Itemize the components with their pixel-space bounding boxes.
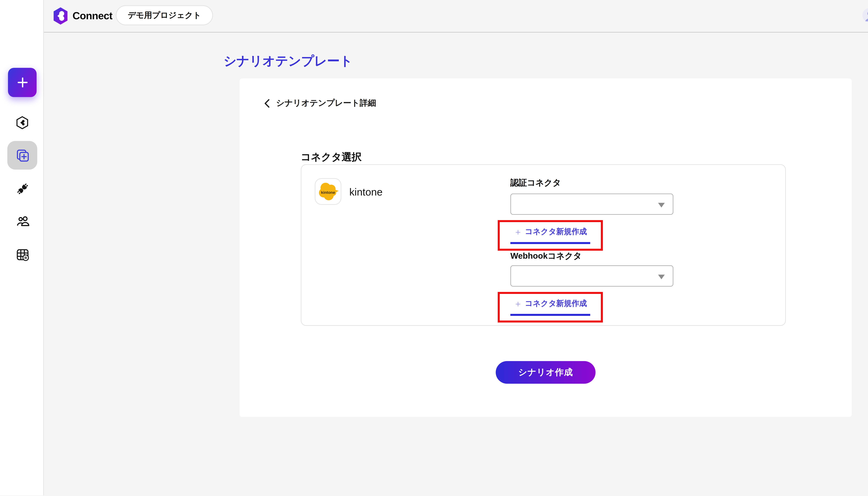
brand: Connect bbox=[52, 6, 112, 26]
create-scenario-button[interactable]: シナリオ作成 bbox=[496, 361, 596, 384]
sidebar-item-scenarios[interactable] bbox=[7, 108, 37, 137]
link-underline bbox=[511, 314, 590, 316]
new-scenario-button[interactable] bbox=[8, 68, 36, 97]
auth-connector-label: 認証コネクタ bbox=[511, 177, 561, 189]
content-card: シナリオテンプレート詳細 コネクタ選択 kintone bbox=[240, 78, 852, 417]
auth-connector-select[interactable] bbox=[511, 193, 673, 215]
sidebar bbox=[0, 0, 44, 495]
avatar bbox=[863, 8, 868, 22]
highlight-box-webhook-create: ＋ コネクタ新規作成 bbox=[498, 292, 603, 323]
brand-name: Connect bbox=[73, 10, 112, 22]
plug-connection-icon bbox=[15, 181, 30, 196]
kintone-logo-icon: kintone bbox=[317, 181, 339, 202]
page-title: シナリオテンプレート bbox=[224, 52, 353, 70]
hexagon-logo-icon bbox=[15, 116, 29, 129]
chevron-left-icon bbox=[264, 99, 270, 108]
connector-name: kintone bbox=[349, 186, 383, 198]
link-underline bbox=[511, 242, 590, 244]
create-connector-label: コネクタ新規作成 bbox=[525, 227, 587, 237]
highlight-box-auth-create: ＋ コネクタ新規作成 bbox=[498, 220, 603, 251]
connector-box: kintone kintone 認証コネクタ ＋ コネクタ新規作成 bbox=[301, 164, 786, 326]
section-title: コネクタ選択 bbox=[301, 151, 362, 164]
create-connector-label: コネクタ新規作成 bbox=[525, 299, 587, 309]
connector-fields: 認証コネクタ ＋ コネクタ新規作成 Webhookコネクタ bbox=[511, 165, 783, 326]
sidebar-item-tables[interactable] bbox=[7, 240, 37, 269]
sidebar-item-connectors[interactable] bbox=[7, 174, 37, 203]
dropdown-caret-icon bbox=[658, 275, 665, 279]
user-menu[interactable]: デモユーザー (一般1) bbox=[863, 5, 868, 25]
sidebar-item-scenario-templates[interactable] bbox=[7, 141, 37, 170]
plus-icon: ＋ bbox=[514, 299, 522, 308]
top-bar: Connect デモ用プロジェクト デモユーザー (一般1) ? ヘルプ bbox=[0, 0, 868, 32]
template-add-icon bbox=[15, 148, 30, 162]
header-divider bbox=[44, 32, 868, 33]
kintone-tile: kintone bbox=[315, 178, 341, 205]
dropdown-caret-icon bbox=[658, 203, 665, 207]
table-edit-icon bbox=[15, 247, 30, 262]
create-connector-link-auth[interactable]: ＋ コネクタ新規作成 bbox=[514, 227, 587, 237]
brand-logo-icon bbox=[52, 6, 69, 25]
plus-icon: ＋ bbox=[514, 228, 522, 236]
back-link-label: シナリオテンプレート詳細 bbox=[276, 98, 376, 109]
back-link[interactable]: シナリオテンプレート詳細 bbox=[264, 98, 376, 109]
users-icon bbox=[15, 214, 30, 228]
app-window: Connect デモ用プロジェクト デモユーザー (一般1) ? ヘルプ bbox=[0, 0, 868, 495]
webhook-connector-label: Webhookコネクタ bbox=[511, 251, 582, 262]
project-pill[interactable]: デモ用プロジェクト bbox=[116, 5, 213, 25]
plus-icon bbox=[16, 76, 29, 89]
webhook-connector-select[interactable] bbox=[511, 265, 673, 286]
user-avatar-icon bbox=[863, 8, 868, 22]
kintone-logo-text: kintone bbox=[321, 190, 335, 195]
create-connector-link-webhook[interactable]: ＋ コネクタ新規作成 bbox=[514, 299, 587, 309]
sidebar-item-members[interactable] bbox=[7, 207, 37, 235]
